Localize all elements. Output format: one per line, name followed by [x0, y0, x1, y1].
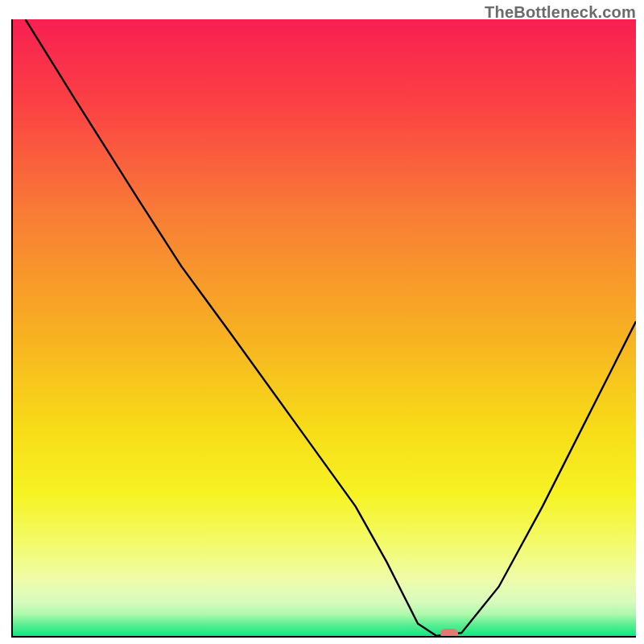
watermark-text: TheBottleneck.com	[485, 3, 636, 22]
bottleneck-curve	[26, 19, 637, 636]
optimum-marker	[440, 629, 458, 638]
plot-area	[11, 19, 636, 638]
curve-layer	[13, 19, 636, 636]
bottleneck-chart: TheBottleneck.com	[0, 0, 644, 644]
